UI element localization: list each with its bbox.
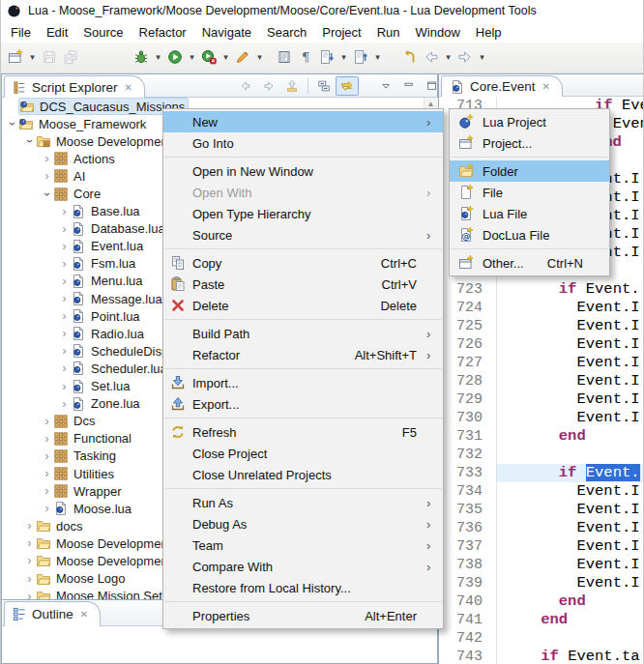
menubar-item-window[interactable]: Window: [408, 23, 468, 42]
menu-item-team[interactable]: Team›: [163, 534, 443, 556]
chevron-right-icon[interactable]: ›: [41, 415, 53, 428]
run-last-dropdown[interactable]: ▾: [220, 46, 232, 68]
link-editor-icon[interactable]: [336, 76, 359, 96]
collapse-all-icon[interactable]: [312, 76, 336, 96]
menu-item-import-[interactable]: Import...: [163, 372, 443, 393]
last-edit-location-icon[interactable]: [399, 46, 421, 68]
chevron-down-icon[interactable]: ›: [6, 118, 19, 130]
menu-item-open-type-hierarchy[interactable]: Open Type Hierarchy: [163, 203, 443, 224]
submenu-item-project-[interactable]: Project...: [450, 132, 609, 154]
chevron-right-icon[interactable]: ›: [58, 309, 71, 323]
chevron-right-icon[interactable]: ›: [23, 536, 36, 550]
back-icon[interactable]: [421, 46, 442, 68]
menu-item-restore-from-local-history-[interactable]: Restore from Local History...: [163, 577, 443, 598]
menubar-item-project[interactable]: Project: [314, 23, 368, 42]
chevron-right-icon[interactable]: ›: [41, 484, 53, 498]
chevron-right-icon[interactable]: ›: [58, 240, 71, 253]
chevron-right-icon[interactable]: ›: [41, 502, 53, 515]
chevron-right-icon[interactable]: ›: [58, 344, 71, 358]
menubar-item-help[interactable]: Help: [468, 23, 510, 42]
chevron-right-icon[interactable]: ›: [41, 152, 53, 165]
chevron-right-icon[interactable]: ›: [41, 432, 53, 446]
nav-forward-icon[interactable]: [257, 76, 280, 96]
tab-script-explorer[interactable]: Script Explorer ✕: [4, 75, 145, 98]
menubar-item-file[interactable]: File: [3, 23, 39, 42]
debug-icon[interactable]: [131, 46, 152, 68]
menu-item-compare-with[interactable]: Compare With›: [163, 556, 443, 577]
chevron-right-icon[interactable]: ›: [41, 449, 53, 463]
minimize-icon[interactable]: [397, 76, 421, 96]
menu-item-run-as[interactable]: Run As›: [163, 492, 443, 513]
chevron-right-icon[interactable]: ›: [58, 222, 71, 236]
next-annotation-icon[interactable]: [316, 46, 337, 68]
previous-annotation-dropdown[interactable]: ▾: [371, 46, 384, 68]
chevron-right-icon[interactable]: ›: [23, 572, 36, 586]
chevron-right-icon[interactable]: ›: [58, 274, 71, 288]
menu-item-export-[interactable]: Export...: [163, 393, 443, 415]
chevron-right-icon[interactable]: ›: [41, 169, 53, 183]
menu-item-refresh[interactable]: RefreshF5: [163, 421, 443, 443]
external-tools-dropdown[interactable]: ▾: [253, 46, 266, 68]
view-menu-icon[interactable]: [374, 76, 397, 96]
close-icon[interactable]: ✕: [80, 609, 88, 620]
nav-up-icon[interactable]: [280, 76, 304, 96]
menu-item-build-path[interactable]: Build Path›: [163, 323, 443, 344]
next-annotation-dropdown[interactable]: ▾: [337, 46, 350, 68]
chevron-right-icon[interactable]: ›: [58, 380, 71, 393]
submenu-item-lua-file[interactable]: Lua File: [450, 203, 609, 224]
chevron-right-icon[interactable]: ›: [41, 467, 53, 480]
menu-item-new[interactable]: New›: [163, 111, 443, 132]
close-icon[interactable]: ✕: [542, 81, 550, 92]
menubar-item-edit[interactable]: Edit: [39, 23, 75, 42]
back-dropdown[interactable]: ▾: [442, 46, 454, 68]
external-tools-icon[interactable]: [232, 46, 253, 68]
menubar-item-navigate[interactable]: Navigate: [194, 23, 259, 42]
debug-dropdown[interactable]: ▾: [152, 46, 164, 68]
menu-item-open-in-new-window[interactable]: Open in New Window: [163, 160, 443, 182]
nav-back-icon[interactable]: [234, 76, 257, 96]
submenu-item-other-[interactable]: Other...Ctrl+N: [450, 252, 609, 274]
chevron-right-icon[interactable]: ›: [58, 327, 71, 340]
menu-item-paste[interactable]: PasteCtrl+V: [163, 274, 443, 295]
forward-icon[interactable]: [454, 46, 476, 68]
menu-item-properties[interactable]: PropertiesAlt+Enter: [163, 605, 443, 626]
menu-item-refactor[interactable]: RefactorAlt+Shift+T›: [163, 344, 443, 365]
previous-annotation-icon[interactable]: [350, 46, 371, 68]
chevron-right-icon[interactable]: ›: [58, 397, 71, 411]
submenu-item-file[interactable]: File: [450, 182, 609, 203]
chevron-right-icon[interactable]: ›: [23, 590, 36, 599]
chevron-right-icon[interactable]: ›: [58, 257, 71, 271]
chevron-right-icon[interactable]: ›: [58, 361, 71, 375]
menu-item-close-unrelated-projects[interactable]: Close Unrelated Projects: [163, 464, 443, 485]
menu-item-source[interactable]: Source›: [163, 224, 443, 245]
chevron-right-icon[interactable]: ›: [23, 519, 36, 533]
show-whitespace-icon[interactable]: ¶: [295, 46, 316, 68]
menu-item-delete[interactable]: DeleteDelete: [163, 295, 443, 316]
submenu-item-doclua-file[interactable]: @DocLua File: [450, 224, 609, 245]
chevron-right-icon[interactable]: ›: [23, 554, 36, 567]
menubar-item-refactor[interactable]: Refactor: [132, 23, 194, 42]
run-dropdown[interactable]: ▾: [186, 46, 198, 68]
run-icon[interactable]: [164, 46, 186, 68]
submenu-item-lua-project[interactable]: Lua Project: [450, 111, 609, 132]
new-wizard-dropdown[interactable]: ▾: [26, 46, 39, 68]
chevron-down-icon[interactable]: ›: [41, 188, 54, 200]
menubar-item-source[interactable]: Source: [75, 23, 131, 42]
menu-item-go-into[interactable]: Go Into: [163, 132, 443, 154]
menu-item-debug-as[interactable]: Debug As›: [163, 513, 443, 534]
tab-outline[interactable]: Outline ✕: [4, 601, 101, 626]
scroll-up-arrow[interactable]: ▲: [424, 98, 437, 108]
tab-core-event[interactable]: Core.Event ✕: [441, 75, 563, 97]
close-icon[interactable]: ✕: [125, 82, 132, 93]
chevron-down-icon[interactable]: ›: [23, 135, 37, 148]
menubar-item-search[interactable]: Search: [259, 23, 314, 42]
chevron-right-icon[interactable]: ›: [58, 292, 71, 305]
new-wizard-icon[interactable]: [5, 46, 26, 68]
menu-item-copy[interactable]: CopyCtrl+C: [163, 252, 443, 274]
chevron-right-icon[interactable]: ›: [58, 205, 71, 218]
submenu-item-folder[interactable]: Folder: [450, 160, 609, 182]
run-last-icon[interactable]: [198, 46, 220, 68]
console-icon[interactable]: [274, 46, 295, 68]
menubar-item-run[interactable]: Run: [369, 23, 408, 42]
forward-dropdown[interactable]: ▾: [476, 46, 488, 68]
